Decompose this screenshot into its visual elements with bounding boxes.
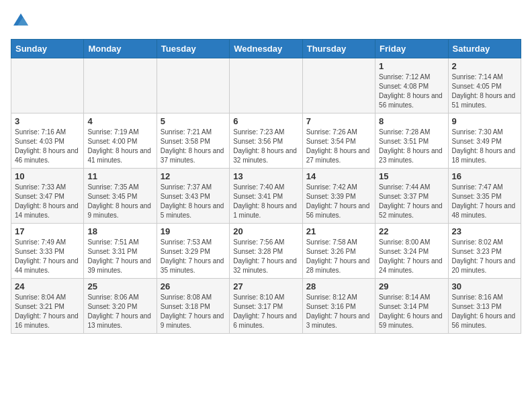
calendar-cell: 1Sunrise: 7:12 AM Sunset: 4:08 PM Daylig… [375, 58, 448, 113]
calendar-cell: 21Sunrise: 7:58 AM Sunset: 3:26 PM Dayli… [302, 224, 375, 279]
day-number: 7 [306, 116, 371, 126]
day-number: 3 [15, 116, 80, 126]
header-wednesday: Wednesday [230, 40, 302, 58]
day-info: Sunrise: 7:56 AM Sunset: 3:28 PM Dayligh… [233, 238, 298, 275]
header-friday: Friday [375, 40, 448, 58]
day-info: Sunrise: 7:33 AM Sunset: 3:47 PM Dayligh… [15, 183, 80, 220]
day-number: 25 [87, 281, 152, 291]
day-info: Sunrise: 7:12 AM Sunset: 4:08 PM Dayligh… [379, 73, 444, 110]
day-info: Sunrise: 7:30 AM Sunset: 3:49 PM Dayligh… [452, 128, 517, 165]
calendar-cell: 3Sunrise: 7:16 AM Sunset: 4:03 PM Daylig… [11, 113, 84, 169]
day-number: 19 [161, 226, 226, 236]
day-info: Sunrise: 8:00 AM Sunset: 3:24 PM Dayligh… [379, 238, 444, 275]
day-number: 13 [233, 171, 298, 181]
calendar-cell: 22Sunrise: 8:00 AM Sunset: 3:24 PM Dayli… [375, 224, 448, 279]
calendar-week-row: 17Sunrise: 7:49 AM Sunset: 3:33 PM Dayli… [11, 224, 521, 279]
day-number: 9 [452, 116, 517, 126]
day-info: Sunrise: 8:10 AM Sunset: 3:17 PM Dayligh… [233, 293, 298, 330]
day-info: Sunrise: 8:08 AM Sunset: 3:18 PM Dayligh… [161, 293, 226, 330]
calendar-cell: 24Sunrise: 8:04 AM Sunset: 3:21 PM Dayli… [11, 279, 84, 334]
day-info: Sunrise: 7:42 AM Sunset: 3:39 PM Dayligh… [306, 183, 371, 220]
day-number: 14 [306, 171, 371, 181]
day-info: Sunrise: 7:44 AM Sunset: 3:37 PM Dayligh… [379, 183, 444, 220]
calendar-cell: 14Sunrise: 7:42 AM Sunset: 3:39 PM Dayli… [302, 169, 375, 224]
day-info: Sunrise: 7:16 AM Sunset: 4:03 PM Dayligh… [15, 128, 80, 165]
calendar-cell: 19Sunrise: 7:53 AM Sunset: 3:29 PM Dayli… [157, 224, 229, 279]
day-number: 11 [87, 171, 152, 181]
calendar-week-row: 1Sunrise: 7:12 AM Sunset: 4:08 PM Daylig… [11, 58, 521, 113]
day-number: 4 [87, 116, 152, 126]
day-info: Sunrise: 7:58 AM Sunset: 3:26 PM Dayligh… [306, 238, 371, 275]
day-number: 24 [15, 281, 80, 291]
day-info: Sunrise: 7:37 AM Sunset: 3:43 PM Dayligh… [161, 183, 226, 220]
day-info: Sunrise: 8:14 AM Sunset: 3:14 PM Dayligh… [379, 293, 444, 330]
day-info: Sunrise: 8:12 AM Sunset: 3:16 PM Dayligh… [306, 293, 371, 330]
logo [11, 11, 34, 31]
day-number: 22 [379, 226, 444, 236]
calendar-cell: 10Sunrise: 7:33 AM Sunset: 3:47 PM Dayli… [11, 169, 84, 224]
day-number: 5 [161, 116, 226, 126]
day-number: 27 [233, 281, 298, 291]
day-number: 30 [452, 281, 517, 291]
day-number: 18 [87, 226, 152, 236]
day-info: Sunrise: 7:26 AM Sunset: 3:54 PM Dayligh… [306, 128, 371, 165]
calendar-cell: 26Sunrise: 8:08 AM Sunset: 3:18 PM Dayli… [157, 279, 229, 334]
day-info: Sunrise: 7:53 AM Sunset: 3:29 PM Dayligh… [161, 238, 226, 275]
day-info: Sunrise: 8:02 AM Sunset: 3:23 PM Dayligh… [452, 238, 517, 275]
day-info: Sunrise: 7:14 AM Sunset: 4:05 PM Dayligh… [452, 73, 517, 110]
day-number: 15 [379, 171, 444, 181]
calendar-cell: 17Sunrise: 7:49 AM Sunset: 3:33 PM Dayli… [11, 224, 84, 279]
calendar-cell: 20Sunrise: 7:56 AM Sunset: 3:28 PM Dayli… [230, 224, 302, 279]
header-saturday: Saturday [448, 40, 521, 58]
calendar-cell [302, 58, 375, 113]
calendar-cell [11, 58, 84, 113]
day-number: 26 [161, 281, 226, 291]
day-info: Sunrise: 7:51 AM Sunset: 3:31 PM Dayligh… [87, 238, 152, 275]
calendar-cell: 7Sunrise: 7:26 AM Sunset: 3:54 PM Daylig… [302, 113, 375, 169]
calendar-cell: 12Sunrise: 7:37 AM Sunset: 3:43 PM Dayli… [157, 169, 229, 224]
day-number: 16 [452, 171, 517, 181]
day-info: Sunrise: 8:06 AM Sunset: 3:20 PM Dayligh… [87, 293, 152, 330]
calendar-cell: 8Sunrise: 7:28 AM Sunset: 3:51 PM Daylig… [375, 113, 448, 169]
day-info: Sunrise: 7:19 AM Sunset: 4:00 PM Dayligh… [87, 128, 152, 165]
calendar-cell: 27Sunrise: 8:10 AM Sunset: 3:17 PM Dayli… [230, 279, 302, 334]
calendar-table: SundayMondayTuesdayWednesdayThursdayFrid… [11, 39, 521, 334]
calendar-cell: 30Sunrise: 8:16 AM Sunset: 3:13 PM Dayli… [448, 279, 521, 334]
day-number: 23 [452, 226, 517, 236]
calendar-cell: 6Sunrise: 7:23 AM Sunset: 3:56 PM Daylig… [230, 113, 302, 169]
calendar-cell [84, 58, 157, 113]
calendar-cell [230, 58, 302, 113]
header-thursday: Thursday [302, 40, 375, 58]
day-number: 17 [15, 226, 80, 236]
day-info: Sunrise: 7:47 AM Sunset: 3:35 PM Dayligh… [452, 183, 517, 220]
calendar-cell [157, 58, 229, 113]
calendar-cell: 18Sunrise: 7:51 AM Sunset: 3:31 PM Dayli… [84, 224, 157, 279]
calendar-cell: 9Sunrise: 7:30 AM Sunset: 3:49 PM Daylig… [448, 113, 521, 169]
calendar-header-row: SundayMondayTuesdayWednesdayThursdayFrid… [11, 40, 521, 58]
day-number: 6 [233, 116, 298, 126]
day-number: 1 [379, 61, 444, 71]
day-number: 29 [379, 281, 444, 291]
header-tuesday: Tuesday [157, 40, 229, 58]
day-info: Sunrise: 7:21 AM Sunset: 3:58 PM Dayligh… [161, 128, 226, 165]
day-info: Sunrise: 7:23 AM Sunset: 3:56 PM Dayligh… [233, 128, 298, 165]
calendar-cell: 28Sunrise: 8:12 AM Sunset: 3:16 PM Dayli… [302, 279, 375, 334]
calendar-cell: 25Sunrise: 8:06 AM Sunset: 3:20 PM Dayli… [84, 279, 157, 334]
calendar-cell: 11Sunrise: 7:35 AM Sunset: 3:45 PM Dayli… [84, 169, 157, 224]
calendar-cell: 16Sunrise: 7:47 AM Sunset: 3:35 PM Dayli… [448, 169, 521, 224]
day-number: 20 [233, 226, 298, 236]
day-info: Sunrise: 7:40 AM Sunset: 3:41 PM Dayligh… [233, 183, 298, 220]
calendar-cell: 13Sunrise: 7:40 AM Sunset: 3:41 PM Dayli… [230, 169, 302, 224]
calendar-week-row: 24Sunrise: 8:04 AM Sunset: 3:21 PM Dayli… [11, 279, 521, 334]
calendar-cell: 23Sunrise: 8:02 AM Sunset: 3:23 PM Dayli… [448, 224, 521, 279]
calendar-cell: 29Sunrise: 8:14 AM Sunset: 3:14 PM Dayli… [375, 279, 448, 334]
calendar-cell: 15Sunrise: 7:44 AM Sunset: 3:37 PM Dayli… [375, 169, 448, 224]
day-number: 10 [15, 171, 80, 181]
calendar-cell: 2Sunrise: 7:14 AM Sunset: 4:05 PM Daylig… [448, 58, 521, 113]
day-info: Sunrise: 7:49 AM Sunset: 3:33 PM Dayligh… [15, 238, 80, 275]
day-number: 28 [306, 281, 371, 291]
logo-icon [11, 11, 31, 31]
header-monday: Monday [84, 40, 157, 58]
calendar-cell: 4Sunrise: 7:19 AM Sunset: 4:00 PM Daylig… [84, 113, 157, 169]
day-info: Sunrise: 7:28 AM Sunset: 3:51 PM Dayligh… [379, 128, 444, 165]
